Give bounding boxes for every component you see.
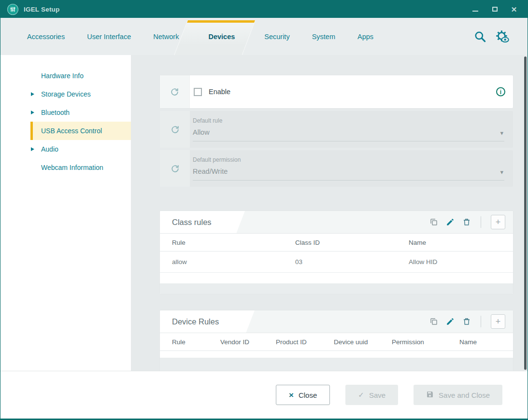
close-button[interactable]: × Close	[276, 385, 330, 405]
class-rules-header: Class rules	[160, 211, 513, 233]
igel-setup-window: IGEL Setup ✕ Accessories User Interface …	[0, 0, 528, 420]
delete-rule-icon[interactable]	[462, 317, 471, 326]
enable-setting-card: Enable i	[160, 75, 513, 108]
sidebar-item-storage-devices[interactable]: Storage Devices	[30, 85, 131, 103]
tab-devices[interactable]: Devices	[190, 18, 253, 55]
maximize-button[interactable]	[491, 5, 499, 13]
expand-arrow-icon[interactable]	[31, 111, 34, 114]
copy-rule-icon[interactable]	[429, 317, 438, 326]
info-icon[interactable]: i	[496, 87, 505, 97]
device-rules-column-headers: Rule Vendor ID Product ID Device uuid Pe…	[160, 333, 513, 351]
field-label: Default permission	[193, 156, 504, 163]
minimize-icon	[472, 11, 478, 12]
window-title: IGEL Setup	[24, 6, 60, 13]
reset-to-default-icon[interactable]	[160, 111, 190, 148]
device-rules-card: Device Rules	[160, 310, 513, 371]
usb-access-control-panel: Enable i Default rule Allow ▾	[131, 55, 528, 371]
edit-rule-icon[interactable]	[446, 218, 455, 226]
edit-rule-icon[interactable]	[446, 317, 455, 326]
floppy-disk-icon	[426, 391, 434, 400]
expand-arrow-icon[interactable]	[31, 147, 34, 151]
close-icon: ✕	[511, 6, 517, 13]
tab-security[interactable]: Security	[253, 18, 300, 55]
search-icon[interactable]	[473, 30, 486, 43]
sidebar-item-audio[interactable]: Audio	[30, 140, 131, 158]
sidebar-item-hardware-info[interactable]: Hardware Info	[30, 67, 131, 85]
close-x-icon: ×	[289, 391, 294, 399]
save-button[interactable]: ✓ Save	[345, 385, 398, 405]
add-class-rule-button[interactable]: +	[491, 215, 505, 229]
default-rule-field: Default rule Allow ▾	[160, 111, 513, 148]
add-device-rule-button[interactable]: +	[491, 314, 505, 329]
sidebar-item-bluetooth[interactable]: Bluetooth	[30, 103, 131, 122]
tab-system[interactable]: System	[301, 18, 346, 55]
tab-apps[interactable]: Apps	[346, 18, 385, 55]
sidebar-item-usb-access-control[interactable]: USB Access Control	[30, 122, 131, 140]
default-permission-dropdown[interactable]: Default permission Read/Write ▾	[193, 154, 504, 181]
dropdown-caret-icon: ▾	[500, 129, 503, 137]
sidebar-item-webcam-information[interactable]: Webcam Information	[30, 158, 131, 177]
check-icon: ✓	[358, 391, 364, 399]
settings-gear-eye-icon[interactable]	[495, 29, 509, 43]
enable-label: Enable	[209, 88, 230, 96]
title-bar: IGEL Setup ✕	[0, 0, 528, 18]
reset-to-default-icon[interactable]	[160, 75, 190, 108]
dropdown-caret-icon: ▾	[500, 168, 503, 176]
save-and-close-button[interactable]: Save and Close	[414, 385, 502, 405]
reset-to-default-icon[interactable]	[160, 150, 190, 187]
device-rules-title: Device Rules	[172, 317, 219, 326]
copy-rule-icon[interactable]	[429, 218, 438, 226]
main-tab-bar: Accessories User Interface Network Devic…	[0, 18, 528, 55]
settings-sidebar: Hardware Info Storage Devices Bluetooth …	[0, 55, 131, 371]
default-permission-field: Default permission Read/Write ▾	[160, 150, 513, 187]
field-value: Allow	[193, 128, 504, 136]
device-rules-header: Device Rules	[160, 310, 513, 333]
card-footer-strip	[160, 358, 513, 371]
tab-accessories[interactable]: Accessories	[16, 18, 76, 55]
card-footer-strip	[160, 283, 513, 294]
igel-logo-icon	[7, 4, 18, 15]
divider	[481, 316, 481, 327]
delete-rule-icon[interactable]	[462, 218, 471, 226]
class-rules-column-headers: Rule Class ID Name	[160, 233, 513, 252]
field-label: Default rule	[193, 117, 504, 124]
minimize-button[interactable]	[471, 5, 479, 13]
default-rule-dropdown[interactable]: Default rule Allow ▾	[193, 115, 504, 141]
divider	[481, 216, 481, 228]
class-rules-title: Class rules	[172, 218, 212, 227]
maximize-icon	[492, 7, 498, 12]
tab-user-interface[interactable]: User Interface	[76, 18, 142, 55]
field-value: Read/Write	[193, 168, 504, 175]
enable-checkbox[interactable]	[194, 88, 202, 96]
close-window-button[interactable]: ✕	[510, 5, 518, 13]
vertical-scrollbar[interactable]	[524, 56, 527, 370]
class-rule-row[interactable]: allow 03 Allow HID	[160, 252, 513, 273]
footer-button-bar: × Close ✓ Save Save and Close	[0, 371, 528, 419]
class-rules-card: Class rules	[160, 211, 513, 294]
expand-arrow-icon[interactable]	[31, 92, 34, 96]
